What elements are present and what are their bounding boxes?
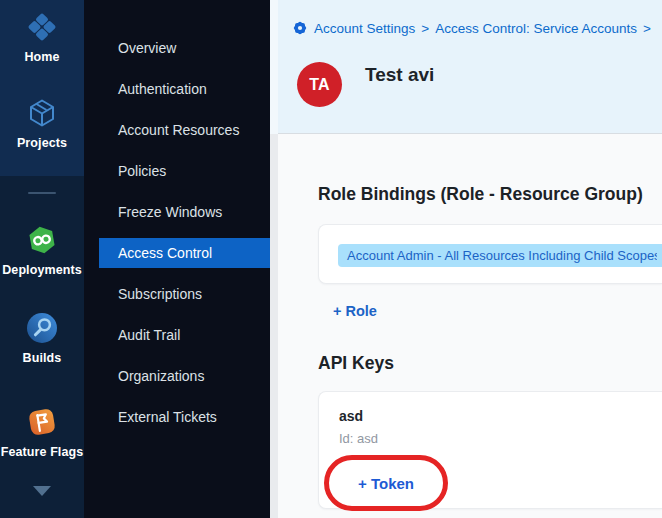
rail-module-feature-flags-label: Feature Flags [1, 445, 84, 459]
breadcrumb-account-settings[interactable]: Account Settings [314, 21, 415, 36]
nav-item-label: Authentication [118, 81, 207, 97]
rail-module-builds[interactable]: Builds [0, 310, 84, 365]
nav-item-label: Overview [118, 40, 176, 56]
breadcrumb: Account Settings > Access Control: Servi… [292, 20, 651, 36]
deployments-icon [24, 222, 60, 258]
app-window: Home Projects [0, 0, 662, 518]
breadcrumb-access-control-service-accounts[interactable]: Access Control: Service Accounts [435, 21, 637, 36]
role-binding-tag-partial[interactable] [657, 244, 662, 267]
nav-item-label: Subscriptions [118, 286, 202, 302]
api-key-id: Id: asd [339, 431, 378, 446]
nav-item-freeze-windows[interactable]: Freeze Windows [84, 191, 270, 232]
nav-item-subscriptions[interactable]: Subscriptions [84, 273, 270, 314]
main-content: Account Settings > Access Control: Servi… [270, 0, 662, 518]
page-header: Account Settings > Access Control: Servi… [278, 0, 662, 134]
role-bindings-card: Account Admin - All Resources Including … [318, 224, 662, 284]
breadcrumb-separator: > [643, 21, 651, 36]
gear-icon [292, 20, 308, 36]
rail-module-projects[interactable]: Projects [0, 95, 84, 150]
feature-flags-icon [24, 404, 60, 440]
nav-item-label: Organizations [118, 368, 204, 384]
rail-module-feature-flags[interactable]: Feature Flags [0, 404, 84, 459]
breadcrumb-separator: > [421, 21, 429, 36]
projects-cube-icon [24, 95, 60, 131]
rail-module-projects-label: Projects [17, 136, 67, 150]
builds-icon [24, 310, 60, 346]
avatar-initials: TA [309, 76, 330, 94]
content-gutter [270, 0, 278, 134]
module-rail: Home Projects [0, 0, 84, 518]
nav-item-label: Policies [118, 163, 166, 179]
rail-module-deployments[interactable]: Deployments [0, 222, 84, 277]
home-icon [24, 9, 60, 45]
nav-item-audit-trail[interactable]: Audit Trail [84, 314, 270, 355]
rail-module-home-label: Home [24, 50, 59, 64]
api-keys-heading: API Keys [318, 353, 394, 374]
page-title: Test avi [365, 64, 434, 86]
nav-item-label: Account Resources [118, 122, 239, 138]
api-keys-card: asd Id: asd + Token [318, 391, 662, 509]
nav-item-label: Access Control [118, 245, 212, 261]
nav-item-access-control-active[interactable]: Access Control [99, 238, 270, 268]
nav-item-account-resources[interactable]: Account Resources [84, 109, 270, 150]
service-account-avatar: TA [297, 62, 342, 107]
rail-module-home[interactable]: Home [0, 9, 84, 64]
add-token-button[interactable]: + Token [358, 475, 414, 492]
api-key-name: asd [339, 408, 363, 424]
rail-module-builds-label: Builds [23, 351, 62, 365]
rail-scroll-chevron-down-icon[interactable] [33, 486, 51, 496]
rail-divider [28, 192, 56, 194]
nav-item-label: Audit Trail [118, 327, 180, 343]
nav-item-external-tickets[interactable]: External Tickets [84, 396, 270, 437]
nav-item-organizations[interactable]: Organizations [84, 355, 270, 396]
nav-item-overview[interactable]: Overview [84, 27, 270, 68]
role-bindings-heading: Role Bindings (Role - Resource Group) [318, 184, 643, 205]
nav-item-policies[interactable]: Policies [84, 150, 270, 191]
rail-module-deployments-label: Deployments [2, 263, 82, 277]
nav-item-label: Freeze Windows [118, 204, 222, 220]
content-gutter [270, 134, 278, 518]
nav-item-authentication[interactable]: Authentication [84, 68, 270, 109]
add-role-button[interactable]: + Role [333, 303, 377, 319]
annotation-red-circle: + Token [324, 455, 448, 511]
nav-item-label: External Tickets [118, 409, 217, 425]
settings-submenu: Overview Authentication Account Resource… [84, 0, 270, 518]
role-binding-tag[interactable]: Account Admin - All Resources Including … [338, 244, 662, 267]
